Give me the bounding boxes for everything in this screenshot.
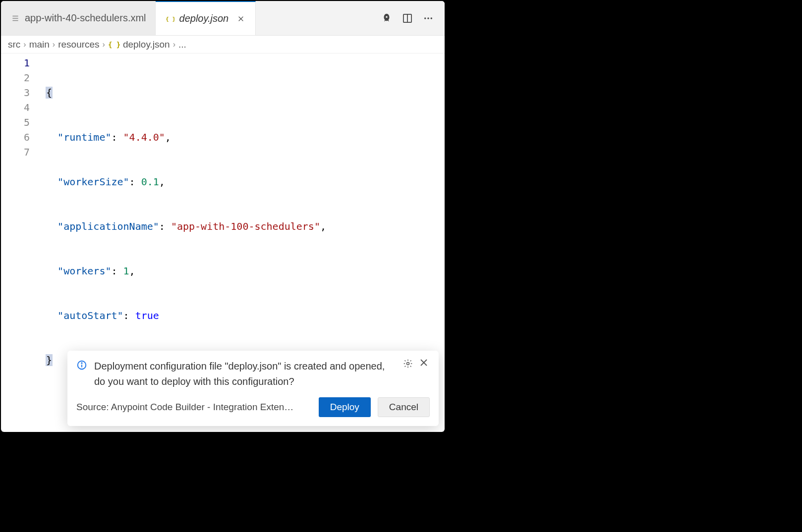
chevron-right-icon: › bbox=[53, 40, 55, 49]
svg-point-15 bbox=[407, 363, 409, 365]
more-icon[interactable] bbox=[423, 13, 434, 24]
xml-file-icon bbox=[11, 14, 20, 23]
line-number: 7 bbox=[1, 145, 30, 160]
rocket-icon[interactable] bbox=[381, 13, 392, 24]
line-number: 5 bbox=[1, 115, 30, 130]
chevron-right-icon: › bbox=[103, 40, 105, 49]
code-body[interactable]: { "runtime": "4.4.0", "workerSize": 0.1,… bbox=[46, 53, 445, 397]
json-braces-icon: { } bbox=[108, 41, 120, 49]
code-line: "autoStart": true bbox=[46, 308, 445, 323]
chevron-right-icon: › bbox=[23, 40, 26, 49]
toast-source: Source: Anypoint Code Builder - Integrat… bbox=[76, 402, 312, 413]
code-line: "workers": 1, bbox=[46, 264, 445, 278]
breadcrumb-resources[interactable]: resources bbox=[58, 39, 99, 50]
breadcrumb-src[interactable]: src bbox=[8, 39, 20, 50]
editor-pane: app-with-40-schedulers.xml { } deploy.js… bbox=[1, 1, 445, 432]
svg-point-9 bbox=[427, 17, 429, 19]
tab-bar: app-with-40-schedulers.xml { } deploy.js… bbox=[1, 1, 445, 36]
svg-text:{ }: { } bbox=[166, 15, 174, 22]
line-number: 6 bbox=[1, 130, 30, 145]
tab-app-with-40-schedulers[interactable]: app-with-40-schedulers.xml bbox=[1, 1, 156, 35]
empty-panel bbox=[445, 0, 802, 532]
svg-point-10 bbox=[431, 17, 433, 19]
line-number: 1 bbox=[1, 55, 30, 70]
code-editor[interactable]: 1 2 3 4 5 6 7 { "runtime": "4.4.0", "wor… bbox=[1, 53, 445, 397]
breadcrumb-main[interactable]: main bbox=[29, 39, 50, 50]
chevron-right-icon: › bbox=[173, 40, 175, 49]
cancel-button[interactable]: Cancel bbox=[378, 397, 430, 417]
svg-text:{ }: { } bbox=[108, 41, 120, 49]
tab-deploy-json[interactable]: { } deploy.json bbox=[156, 1, 256, 35]
close-icon[interactable] bbox=[420, 359, 430, 369]
breadcrumb: src › main › resources › { } deploy.json… bbox=[1, 36, 445, 53]
line-number: 3 bbox=[1, 85, 30, 100]
close-icon[interactable] bbox=[235, 14, 246, 23]
deploy-button[interactable]: Deploy bbox=[319, 397, 371, 417]
notification-toast: Deployment configuration file "deploy.js… bbox=[67, 351, 439, 426]
line-number: 4 bbox=[1, 100, 30, 115]
line-gutter: 1 2 3 4 5 6 7 bbox=[1, 53, 46, 397]
svg-point-14 bbox=[81, 363, 82, 363]
tab-actions bbox=[381, 1, 445, 35]
tab-label: deploy.json bbox=[179, 13, 229, 24]
code-line: { bbox=[46, 85, 445, 100]
tab-label: app-with-40-schedulers.xml bbox=[25, 12, 146, 24]
json-braces-icon: { } bbox=[166, 14, 174, 23]
breadcrumb-more[interactable]: ... bbox=[178, 39, 186, 50]
info-circle-icon bbox=[76, 360, 87, 371]
code-line: "applicationName": "app-with-100-schedul… bbox=[46, 219, 445, 234]
svg-point-8 bbox=[424, 17, 426, 19]
gear-icon[interactable] bbox=[403, 359, 413, 369]
split-editor-icon[interactable] bbox=[402, 13, 413, 24]
toast-message: Deployment configuration file "deploy.js… bbox=[94, 359, 396, 389]
line-number: 2 bbox=[1, 70, 30, 85]
code-line: "workerSize": 0.1, bbox=[46, 174, 445, 189]
breadcrumb-file[interactable]: deploy.json bbox=[123, 39, 170, 50]
code-line: "runtime": "4.4.0", bbox=[46, 130, 445, 145]
